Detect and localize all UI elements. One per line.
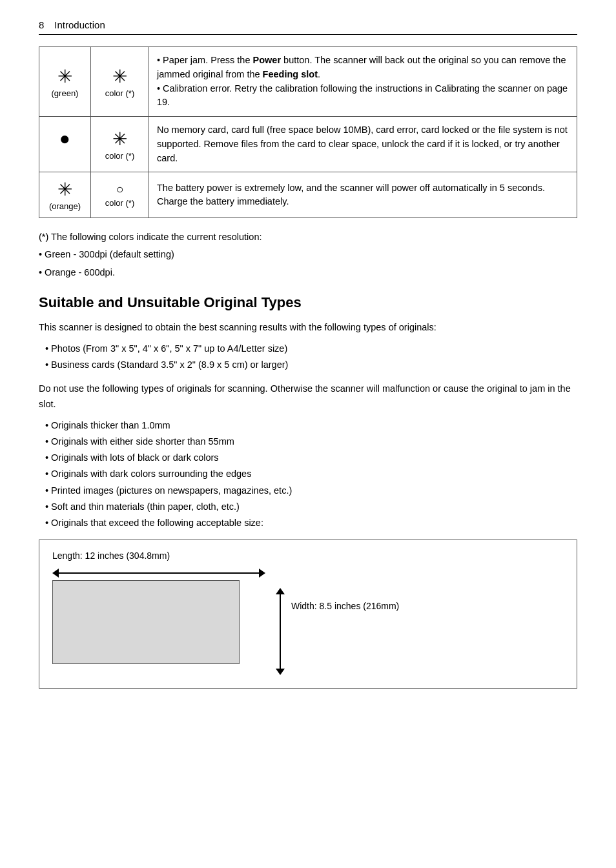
table-row: ✳ (green) ✳ color (*) • Paper jam. Press… — [39, 47, 577, 117]
color2-label: color (*) — [99, 151, 141, 161]
warning-text: Do not use the following types of origin… — [39, 381, 577, 411]
unsuitable-list: Originals thicker than 1.0mm Originals w… — [39, 418, 577, 530]
list-item: Photos (From 3" x 5", 4" x 6", 5" x 7" u… — [45, 341, 577, 356]
list-item: Originals with lots of black or dark col… — [45, 450, 577, 465]
color3-label: color (*) — [99, 198, 141, 208]
desc-cell-3: The battery power is extremely low, and … — [149, 172, 577, 218]
table-row: ✳ (orange) ○ color (*) The battery power… — [39, 172, 577, 218]
list-item: Originals with dark colors surrounding t… — [45, 467, 577, 481]
icon-cell-color1: ✳ color (*) — [91, 47, 149, 117]
width-label: Width: 8.5 inches (216mm) — [291, 569, 399, 611]
section-heading: Suitable and Unsuitable Original Types — [39, 294, 577, 311]
arrow-head-right — [259, 569, 265, 578]
dot-label — [47, 150, 83, 160]
diagram-box: Length: 12 inches (304.8mm) — [39, 540, 577, 689]
dot-icon: ● — [47, 128, 83, 149]
indicator-table: ✳ (green) ✳ color (*) • Paper jam. Press… — [39, 46, 577, 218]
asterisk-note: (*) The following colors indicate the cu… — [39, 230, 577, 245]
sun-orange-icon: ✳ — [47, 179, 83, 200]
page-header: 8 Introduction — [39, 19, 577, 30]
icon-cell-dot: ● — [39, 117, 91, 172]
header-rule — [39, 34, 577, 35]
diagram-rect-area — [52, 569, 265, 664]
diagram-inner: Width: 8.5 inches (216mm) — [52, 569, 564, 675]
notes-section: (*) The following colors indicate the cu… — [39, 230, 577, 280]
circle-icon: ○ — [99, 182, 141, 197]
list-item: Originals with either side shorter than … — [45, 434, 577, 449]
right-arrow-area — [276, 569, 285, 675]
page-title: Introduction — [54, 19, 105, 30]
sun-color2-icon: ✳ — [99, 128, 141, 150]
h-line — [59, 572, 259, 574]
table-row: ● ✳ color (*) No memory card, card full … — [39, 117, 577, 172]
color1-label: color (*) — [99, 88, 141, 98]
size-rectangle — [52, 580, 240, 664]
list-item: Business cards (Standard 3.5" x 2" (8.9 … — [45, 358, 577, 372]
desc-cell-1: • Paper jam. Press the Power button. The… — [149, 47, 577, 117]
suitable-list: Photos (From 3" x 5", 4" x 6", 5" x 7" u… — [39, 341, 577, 372]
page-number: 8 — [39, 19, 44, 30]
icon-cell-color2: ✳ color (*) — [91, 117, 149, 172]
intro-text: This scanner is designed to obtain the b… — [39, 320, 577, 335]
list-item: Originals thicker than 1.0mm — [45, 418, 577, 433]
length-label: Length: 12 inches (304.8mm) — [52, 550, 564, 561]
desc-cell-2: No memory card, card full (free space be… — [149, 117, 577, 172]
sun-color1-icon: ✳ — [99, 66, 141, 87]
v-line — [280, 594, 281, 669]
arrow-head-down — [276, 669, 285, 675]
note-green: • Green - 300dpi (default setting) — [39, 247, 577, 262]
list-item: Printed images (pictures on newspapers, … — [45, 483, 577, 498]
sun-green-icon: ✳ — [47, 66, 83, 87]
icon-cell-orange: ✳ (orange) — [39, 172, 91, 218]
green-label: (green) — [47, 88, 83, 98]
arrow-head-up — [276, 588, 285, 594]
icon-cell-circle: ○ color (*) — [91, 172, 149, 218]
list-item: Originals that exceed the following acce… — [45, 516, 577, 530]
orange-label: (orange) — [47, 201, 83, 211]
list-item: Soft and thin materials (thin paper, clo… — [45, 500, 577, 514]
horizontal-arrow — [52, 569, 265, 578]
note-orange: • Orange - 600dpi. — [39, 265, 577, 280]
page: 8 Introduction ✳ (green) ✳ color (*) • P… — [0, 0, 616, 868]
icon-cell-green: ✳ (green) — [39, 47, 91, 117]
arrow-head-left — [52, 569, 59, 578]
vertical-arrow — [276, 588, 285, 675]
